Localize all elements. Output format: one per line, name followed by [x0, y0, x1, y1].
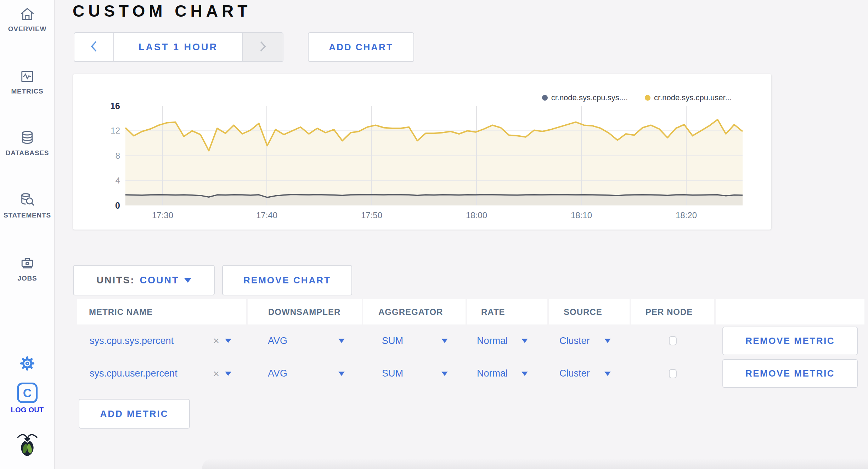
- time-range-next-button[interactable]: [242, 33, 283, 61]
- column-header: METRIC NAME: [77, 299, 246, 324]
- sidebar: OVERVIEW METRICS DATABASES: [0, 0, 55, 469]
- caret-down-icon[interactable]: [338, 372, 345, 376]
- sidebar-item-databases[interactable]: DATABASES: [0, 129, 55, 157]
- legend-label: cr.node.sys.cpu.sys....: [551, 93, 628, 102]
- units-value: COUNT: [140, 275, 179, 286]
- metrics-chart-icon: [0, 68, 55, 85]
- x-axis-tick: 18:10: [571, 210, 592, 220]
- gear-icon: [0, 354, 55, 373]
- caret-down-icon[interactable]: [522, 339, 528, 343]
- source-select[interactable]: Cluster: [559, 368, 590, 379]
- downsampler-select[interactable]: AVG: [268, 368, 287, 379]
- clear-metric-icon[interactable]: ×: [213, 368, 219, 379]
- sidebar-item-label: JOBS: [0, 275, 55, 282]
- caret-down-icon[interactable]: [225, 339, 231, 343]
- column-header: AGGREGATOR: [363, 299, 466, 324]
- sidebar-item-jobs[interactable]: JOBS: [0, 254, 55, 282]
- legend-item-sys[interactable]: cr.node.sys.cpu.sys....: [542, 93, 628, 102]
- caret-down-icon: [184, 278, 191, 283]
- legend-item-user[interactable]: cr.node.sys.cpu.user...: [645, 93, 732, 102]
- x-axis-tick: 17:30: [152, 210, 173, 220]
- next-panel-shadow: [202, 458, 868, 469]
- rate-select[interactable]: Normal: [477, 368, 508, 379]
- column-header: PER NODE: [631, 299, 714, 324]
- column-header-empty: [716, 299, 864, 324]
- briefcase-icon: [0, 254, 55, 272]
- units-dropdown[interactable]: UNITS: COUNT: [73, 265, 215, 295]
- caret-down-icon[interactable]: [441, 372, 448, 376]
- chevron-right-icon: [259, 40, 267, 54]
- metric-row: sys.cpu.user.percent × AVG SUM Normal Cl…: [77, 357, 864, 390]
- remove-metric-button[interactable]: REMOVE METRIC: [722, 327, 858, 355]
- database-search-icon: [0, 191, 55, 209]
- aggregator-select[interactable]: SUM: [382, 368, 403, 379]
- add-chart-button[interactable]: ADD CHART: [308, 32, 414, 62]
- sidebar-item-label: METRICS: [0, 87, 55, 95]
- source-select[interactable]: Cluster: [559, 335, 590, 346]
- caret-down-icon[interactable]: [522, 372, 528, 376]
- custom-chart-page: { "page": { "title": "CUSTOM CHART" }, "…: [0, 0, 868, 469]
- sidebar-item-label: STATEMENTS: [0, 211, 55, 219]
- cockroach-bug-icon: [0, 429, 55, 460]
- per-node-checkbox[interactable]: [669, 336, 677, 345]
- column-header: RATE: [467, 299, 547, 324]
- y-axis-tick: 8: [73, 152, 120, 160]
- y-axis-tick: 16: [73, 102, 120, 110]
- x-axis-tick: 18:00: [466, 210, 487, 220]
- aggregator-select[interactable]: SUM: [382, 335, 403, 346]
- remove-metric-button[interactable]: REMOVE METRIC: [722, 359, 858, 388]
- chart-legend: cr.node.sys.cpu.sys.... cr.node.sys.cpu.…: [542, 93, 732, 102]
- units-label: UNITS:: [97, 275, 135, 286]
- chevron-left-icon: [90, 40, 98, 54]
- sidebar-item-metrics[interactable]: METRICS: [0, 68, 55, 95]
- y-axis-tick: 0: [73, 201, 120, 210]
- sidebar-item-statements[interactable]: STATEMENTS: [0, 191, 55, 219]
- metric-name-select[interactable]: sys.cpu.user.percent: [90, 368, 177, 379]
- chart-card: cr.node.sys.cpu.sys.... cr.node.sys.cpu.…: [73, 74, 772, 230]
- x-axis-tick: 17:50: [361, 210, 382, 220]
- downsampler-select[interactable]: AVG: [268, 335, 287, 346]
- sidebar-item-overview[interactable]: OVERVIEW: [0, 6, 55, 33]
- database-icon: [0, 129, 55, 147]
- time-range-label[interactable]: LAST 1 HOUR: [114, 33, 242, 61]
- x-axis-tick: 18:20: [676, 210, 697, 220]
- caret-down-icon[interactable]: [604, 339, 611, 343]
- x-axis-tick: 17:40: [256, 210, 277, 220]
- caret-down-icon[interactable]: [225, 372, 231, 376]
- brand-logo[interactable]: [0, 429, 55, 460]
- legend-dot-user-icon: [645, 95, 650, 101]
- rate-select[interactable]: Normal: [477, 335, 508, 346]
- logout-button[interactable]: C LOG OUT: [0, 383, 55, 414]
- home-icon: [0, 6, 55, 23]
- cockroach-c-icon: C: [17, 383, 38, 403]
- metric-name-select[interactable]: sys.cpu.sys.percent: [90, 335, 174, 346]
- y-axis-tick: 12: [73, 126, 120, 135]
- clear-metric-icon[interactable]: ×: [213, 335, 219, 346]
- page-title: CUSTOM CHART: [73, 1, 251, 21]
- column-header: SOURCE: [549, 299, 630, 324]
- metrics-table-header: METRIC NAME DOWNSAMPLER AGGREGATOR RATE …: [77, 299, 864, 324]
- per-node-checkbox[interactable]: [669, 369, 677, 378]
- y-axis-tick: 4: [73, 176, 120, 185]
- legend-dot-sys-icon: [542, 95, 548, 101]
- time-range-prev-button[interactable]: [74, 33, 114, 61]
- logout-label: LOG OUT: [0, 406, 55, 414]
- caret-down-icon[interactable]: [604, 372, 611, 376]
- sidebar-item-label: DATABASES: [0, 149, 55, 157]
- caret-down-icon[interactable]: [338, 339, 345, 343]
- metric-row: sys.cpu.sys.percent × AVG SUM Normal Clu…: [77, 324, 864, 357]
- caret-down-icon[interactable]: [441, 339, 448, 343]
- settings-button[interactable]: [0, 354, 55, 373]
- sidebar-item-label: OVERVIEW: [0, 25, 55, 33]
- add-metric-button[interactable]: ADD METRIC: [79, 399, 190, 429]
- remove-chart-button[interactable]: REMOVE CHART: [222, 265, 352, 295]
- legend-label: cr.node.sys.cpu.user...: [654, 93, 732, 102]
- time-range-selector: LAST 1 HOUR: [74, 32, 283, 62]
- column-header: DOWNSAMPLER: [248, 299, 362, 324]
